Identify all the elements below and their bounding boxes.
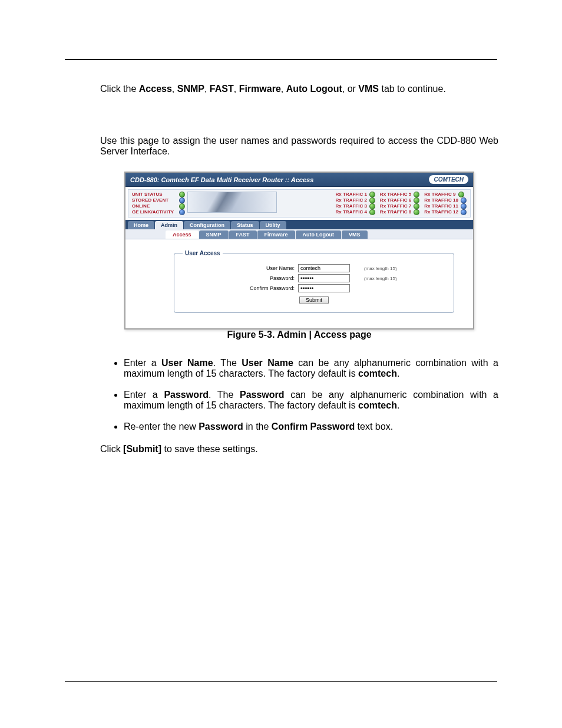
tab-home[interactable]: Home [128,221,154,229]
subtab-vms[interactable]: VMS [342,230,368,239]
led-online [179,203,185,209]
password-input[interactable] [298,274,350,282]
device-graphic [187,192,277,213]
intro-paragraph: Click the Access, SNMP, FAST, Firmware, … [100,84,498,94]
tab-admin[interactable]: Admin [155,221,183,229]
rx-col-2: Rx TRAFFIC 5 Rx TRAFFIC 6 Rx TRAFFIC 7 R… [380,192,419,215]
confirm-password-input[interactable] [298,284,350,292]
subtab-fast[interactable]: FAST [229,230,257,239]
use-page-paragraph: Use this page to assign the user names a… [100,136,498,157]
led-stored-event [179,197,185,203]
user-access-fieldset: User Access User Name: (max length 15) P… [174,250,454,313]
submit-button[interactable]: Submit [299,296,329,304]
led-ge-link [179,209,185,215]
tab-row-main: Home Admin Configuration Status Utility [125,220,473,229]
bullet-confirm: Re-enter the new Password in the Confirm… [124,421,498,432]
tab-status[interactable]: Status [231,221,259,229]
user-name-label: User Name: [183,265,298,271]
subtab-autologout[interactable]: Auto Logout [296,230,341,239]
submit-instruction: Click [Submit] to save these settings. [100,444,498,454]
figure-caption: Figure 5-3. Admin | Access page [100,330,498,340]
status-panel: UNIT STATUS STORED EVENT ONLINE GE LINK/… [128,189,471,218]
tab-configuration[interactable]: Configuration [184,221,230,229]
tab-utility[interactable]: Utility [260,221,286,229]
password-label: Password: [183,275,298,281]
page-footer-rule [65,681,497,682]
bullet-password: Enter a Password. The Password can be an… [124,390,498,411]
user-name-hint: (max length 15) [364,266,397,271]
password-hint: (max length 15) [364,276,397,281]
user-name-input[interactable] [298,264,350,272]
unit-status-block: UNIT STATUS STORED EVENT ONLINE GE LINK/… [132,192,185,215]
confirm-password-label: Confirm Password: [183,285,298,291]
subtab-access[interactable]: Access [166,230,199,239]
comtech-logo: COMTECH [429,175,468,184]
subtab-snmp[interactable]: SNMP [199,230,229,239]
figure-screenshot: CDD-880: Comtech EF Data Multi Receiver … [124,172,474,330]
user-access-legend: User Access [183,250,223,256]
tab-row-sub: Access SNMP FAST Firmware Auto Logout VM… [125,229,473,239]
subtab-firmware[interactable]: Firmware [257,230,295,239]
rx-col-3: Rx TRAFFIC 9 Rx TRAFFIC 10 Rx TRAFFIC 11… [424,192,467,215]
window-title: CDD-880: Comtech EF Data Multi Receiver … [130,176,313,183]
bullet-user-name: Enter a User Name. The User Name can be … [124,358,498,379]
window-title-bar: CDD-880: Comtech EF Data Multi Receiver … [125,173,473,187]
led-unit-status [179,192,185,197]
instruction-list: Enter a User Name. The User Name can be … [100,358,498,432]
rx-col-1: Rx TRAFFIC 1 Rx TRAFFIC 2 Rx TRAFFIC 3 R… [336,192,375,215]
